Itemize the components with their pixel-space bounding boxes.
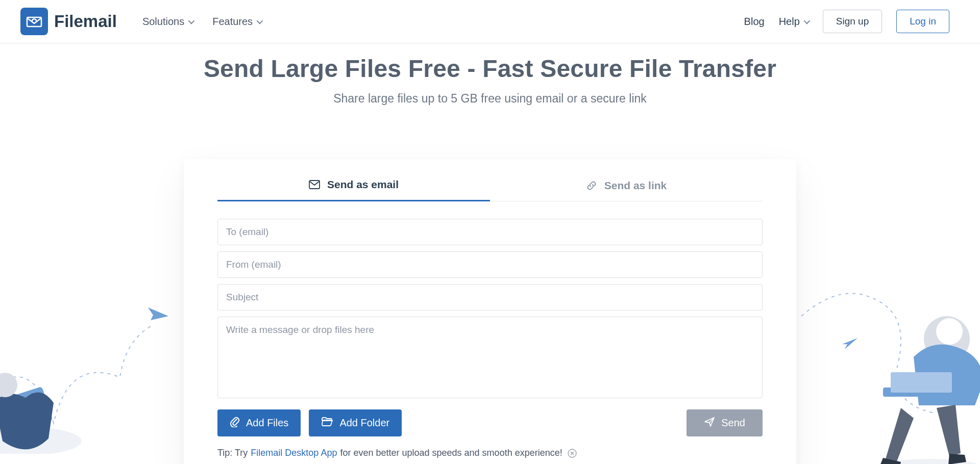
folder-open-icon <box>321 417 333 429</box>
chevron-down-icon <box>803 17 810 24</box>
actions-left: Add Files Add Folder <box>217 409 402 436</box>
send-button[interactable]: Send <box>687 409 763 436</box>
to-email-input[interactable] <box>217 219 763 245</box>
send-label: Send <box>721 417 745 429</box>
add-folder-label: Add Folder <box>339 417 389 429</box>
card-wrap: Send as email Send as link <box>0 159 980 464</box>
actions-row: Add Files Add Folder <box>217 409 763 436</box>
nav-features-label: Features <box>212 16 253 28</box>
add-folder-button[interactable]: Add Folder <box>309 409 402 436</box>
tab-send-email-label: Send as email <box>327 178 399 191</box>
nav-solutions[interactable]: Solutions <box>142 16 193 28</box>
logo[interactable]: Filemail <box>20 8 117 35</box>
message-input[interactable] <box>217 317 763 398</box>
header-left: Filemail Solutions Features <box>20 8 261 35</box>
chevron-down-icon <box>188 17 195 24</box>
hero-subtitle: Share large files up to 5 GB free using … <box>0 92 980 106</box>
nav-solutions-label: Solutions <box>142 16 184 28</box>
tab-send-link[interactable]: Send as link <box>490 178 763 201</box>
tab-send-link-label: Send as link <box>604 179 667 192</box>
header-right: Blog Help Sign up Log in <box>744 10 949 33</box>
chevron-down-icon <box>257 17 263 24</box>
hero-title: Send Large Files Free - Fast Secure File… <box>0 55 980 83</box>
hero: Send Large Files Free - Fast Secure File… <box>0 43 980 106</box>
paper-plane-icon <box>704 416 715 430</box>
tab-send-email[interactable]: Send as email <box>217 178 490 201</box>
main-nav: Solutions Features <box>142 16 261 28</box>
from-email-input[interactable] <box>217 251 763 278</box>
nav-blog[interactable]: Blog <box>744 16 765 28</box>
tip-row: Tip: Try Filemail Desktop App for even b… <box>217 448 763 458</box>
subject-input[interactable] <box>217 284 763 311</box>
logo-icon <box>20 8 48 35</box>
nav-features[interactable]: Features <box>212 16 261 28</box>
close-icon <box>568 449 577 458</box>
paperclip-icon <box>230 416 240 430</box>
tip-prefix: Tip: Try <box>217 448 248 458</box>
login-button[interactable]: Log in <box>896 10 949 33</box>
tip-link[interactable]: Filemail Desktop App <box>251 448 337 458</box>
add-files-button[interactable]: Add Files <box>217 409 301 436</box>
nav-help-label: Help <box>779 16 800 28</box>
add-files-label: Add Files <box>246 417 288 429</box>
transfer-card: Send as email Send as link <box>184 159 796 464</box>
tabs: Send as email Send as link <box>217 178 763 201</box>
nav-help[interactable]: Help <box>779 16 808 28</box>
link-icon <box>586 180 597 191</box>
logo-text: Filemail <box>54 12 117 31</box>
signup-button[interactable]: Sign up <box>823 10 882 33</box>
envelope-icon <box>309 180 320 189</box>
tip-close-button[interactable] <box>568 449 577 458</box>
header: Filemail Solutions Features Blog Help Si… <box>0 0 980 43</box>
tip-suffix: for even better upload speeds and smooth… <box>340 448 562 458</box>
